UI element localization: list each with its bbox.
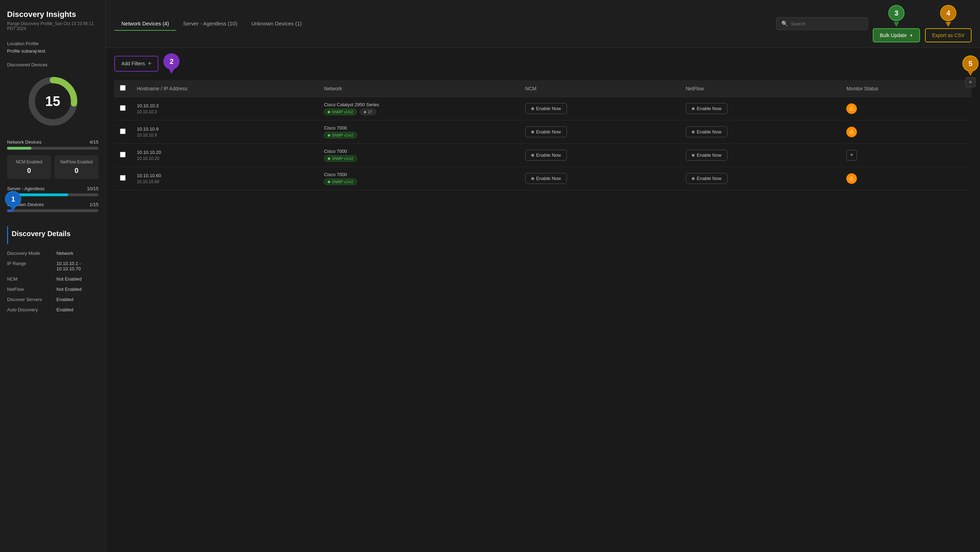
row-monitor-status-cell: +	[841, 144, 972, 167]
top-bar: Network Devices (4) Server - Agentless (…	[106, 0, 980, 48]
monitor-status-warning-icon: ⚠	[846, 104, 857, 114]
row-ip-secondary: 10.10.10.20	[137, 156, 313, 161]
app-title: Discovery Insights	[7, 10, 99, 19]
badge-snmp: SNMP v1/v2	[324, 132, 357, 138]
row-checkbox-cell	[114, 167, 131, 190]
table-row: 10.10.10.9 10.10.10.9 Cisco 7000 SNMP v1…	[114, 120, 972, 144]
enable-now-ncm-button[interactable]: Enable Now	[525, 173, 567, 184]
annotation-2-circle: 2	[163, 53, 180, 70]
row-checkbox[interactable]	[120, 175, 126, 181]
table-row: 10.10.10.60 10.10.10.60 Cisco 7000 SNMP …	[114, 167, 972, 190]
add-filters-button[interactable]: Add Filters +	[114, 56, 158, 72]
row-ncm-cell: Enable Now	[520, 97, 680, 120]
enable-now-netflow-button[interactable]: Enable Now	[686, 103, 727, 114]
top-bar-right: 🔍 3 Bulk Update ▼	[776, 5, 972, 42]
ncm-enabled-label: NCM Enabled	[11, 160, 48, 164]
row-netflow-cell: Enable Now	[680, 120, 841, 144]
enable-now-netflow-button[interactable]: Enable Now	[686, 173, 727, 184]
network-info: Cisco 7000 SNMP v1/v2	[324, 125, 514, 138]
donut-total: 15	[45, 94, 60, 109]
enable-now-ncm-button[interactable]: Enable Now	[525, 103, 567, 114]
col-checkbox	[114, 80, 131, 97]
netflow-enabled-label: NetFlow Enabled	[58, 160, 95, 164]
network-name: Cisco 7000	[324, 172, 514, 177]
detail-val-1: 10.10.10.1 - 10.10.10.70	[56, 261, 99, 271]
network-devices-progress-fill	[7, 147, 32, 150]
row-ip-secondary: 10.10.10.3	[137, 109, 313, 114]
search-box[interactable]: 🔍	[776, 17, 868, 30]
detail-row-3: NetFlow Not Enabled	[7, 287, 99, 292]
detail-val-4: Enabled	[56, 297, 73, 302]
row-ip-cell: 10.10.10.20 10.10.10.20	[131, 144, 318, 167]
detail-val-0: Network	[56, 250, 73, 256]
row-netflow-cell: Enable Now	[680, 167, 841, 190]
donut-chart: 15	[7, 73, 99, 129]
row-checkbox[interactable]	[120, 152, 126, 157]
badge-snmp: SNMP v1/v2	[324, 155, 357, 162]
col-hostname: Hostname / IP Address	[131, 80, 318, 97]
network-devices-label: Network Devices	[7, 139, 41, 145]
app-subtitle: Range Discovery Profile_Sun Oct 13 23:56…	[7, 21, 99, 31]
search-icon: 🔍	[781, 21, 788, 27]
row-ncm-cell: Enable Now	[520, 167, 680, 190]
table-container: Add Filters + 2 Hostname / IP Address	[106, 48, 980, 552]
enable-now-ncm-button[interactable]: Enable Now	[525, 150, 567, 161]
unknown-devices-value: 1/15	[90, 202, 99, 207]
row-ip-cell: 10.10.10.3 10.10.10.3	[131, 97, 318, 120]
netflow-enabled-value: 0	[58, 167, 95, 175]
bulk-update-dropdown-arrow: ▼	[910, 34, 913, 37]
tab-network-devices[interactable]: Network Devices (4)	[114, 17, 176, 31]
network-badges: SNMP v1/v2	[324, 155, 514, 162]
row-checkbox[interactable]	[120, 105, 126, 111]
tab-server-agentless[interactable]: Server - Agentless (10)	[176, 17, 244, 31]
tab-unknown-devices[interactable]: Unknown Devices (1)	[244, 17, 309, 31]
enable-now-ncm-button[interactable]: Enable Now	[525, 126, 567, 137]
annotation-1-circle: 1	[5, 191, 21, 207]
detail-key-4: Discover Servers	[7, 297, 56, 302]
row-ip-primary: 10.10.10.3	[137, 103, 313, 108]
search-input[interactable]	[791, 21, 862, 27]
row-ip-cell: 10.10.10.60 10.10.10.60	[131, 167, 318, 190]
detail-row-0: Discovery Mode Network	[7, 250, 99, 256]
add-filters-plus-icon: +	[148, 60, 152, 67]
detail-key-0: Discovery Mode	[7, 250, 56, 256]
main-content: Network Devices (4) Server - Agentless (…	[106, 0, 980, 552]
export-csv-button[interactable]: Export as CSV	[925, 28, 972, 42]
row-checkbox-cell	[114, 97, 131, 120]
badge-snmp: SNMP v1/v2	[324, 109, 357, 115]
detail-key-1: IP Range	[7, 261, 56, 271]
server-agentless-stat-row: Server - Agentless 10/15	[7, 186, 99, 191]
network-info: Cisco Catalyst 2950 Series SNMP v1/v2 27	[324, 102, 514, 115]
row-checkbox-cell	[114, 120, 131, 144]
detail-val-2: Not Enabled	[56, 276, 82, 282]
monitor-status-warning-icon: ⚠	[846, 127, 857, 137]
server-agentless-value: 10/15	[87, 186, 99, 191]
row-ip-secondary: 10.10.10.60	[137, 179, 313, 184]
select-all-checkbox[interactable]	[120, 85, 126, 91]
network-name: Cisco 7000	[324, 125, 514, 131]
enable-now-netflow-button[interactable]: Enable Now	[686, 150, 727, 161]
row-network-cell: Cisco Catalyst 2950 Series SNMP v1/v2 27	[318, 97, 519, 120]
detail-row-2: NCM Not Enabled	[7, 276, 99, 282]
mini-stats-row: NCM Enabled 0 NetFlow Enabled 0	[7, 155, 99, 179]
col-monitor-status: Monitor Status 5 +	[841, 80, 972, 97]
row-ip-cell: 10.10.10.9 10.10.10.9	[131, 120, 318, 144]
monitor-status-warning-icon: ⚠	[846, 173, 857, 184]
bulk-update-button[interactable]: Bulk Update ▼	[873, 28, 920, 42]
discovery-details-header: Discovery Details	[12, 230, 99, 238]
location-profile-label: Location Profile	[7, 41, 99, 46]
add-monitor-status-button[interactable]: +	[846, 150, 857, 161]
detail-val-3: Not Enabled	[56, 287, 82, 292]
table-row: 10.10.10.3 10.10.10.3 Cisco Catalyst 295…	[114, 97, 972, 120]
enable-now-netflow-button[interactable]: Enable Now	[686, 126, 727, 137]
location-profile-value: Profile subaraj-test	[7, 48, 99, 54]
annotation-3-circle: 3	[888, 5, 905, 21]
row-checkbox[interactable]	[120, 128, 126, 134]
row-monitor-status-cell: ⚠	[841, 97, 972, 120]
annotation-4-circle: 4	[940, 5, 956, 21]
network-badges: SNMP v1/v2	[324, 179, 514, 185]
devices-table: Hostname / IP Address Network NCM NetFlo…	[114, 80, 972, 190]
col-network: Network	[318, 80, 519, 97]
ncm-enabled-value: 0	[11, 167, 48, 175]
detail-key-5: Auto Discovery	[7, 307, 56, 312]
